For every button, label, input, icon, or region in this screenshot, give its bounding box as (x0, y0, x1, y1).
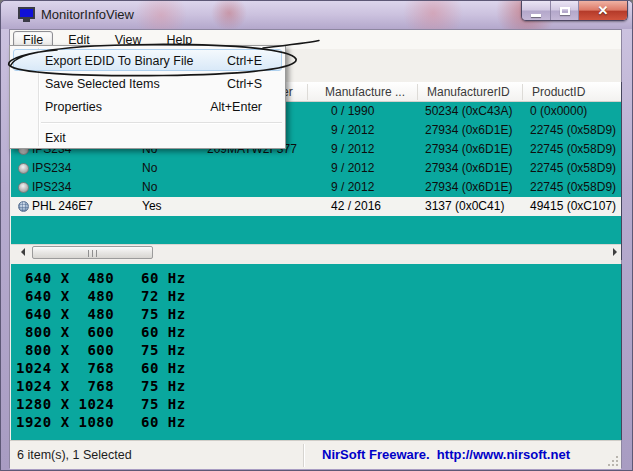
resolution-line: 640 X 480 72 Hz (16, 287, 621, 305)
cell-monitor-name: IPS234 (32, 159, 71, 178)
maximize-icon (560, 7, 570, 15)
window-title: MonitorInfoView (41, 7, 134, 22)
menu-item-label: Export EDID To Binary File (45, 50, 193, 72)
sphere-icon (18, 182, 29, 193)
table-row[interactable]: IPS234 No 9 / 2012 27934 (0x6D1E) 22745 … (11, 178, 621, 197)
close-icon: ✕ (598, 1, 609, 21)
resolution-line: 1024 X 768 60 Hz (16, 359, 621, 377)
status-divider (303, 444, 304, 467)
maximize-button[interactable] (551, 1, 579, 21)
resolution-line: 640 X 480 75 Hz (16, 305, 621, 323)
cell-manufacture-date: 9 / 2012 (331, 121, 374, 140)
caption-button-group: ✕ (521, 1, 628, 21)
header-separator (522, 84, 523, 100)
cell-manufacturer-id: 3137 (0x0C41) (425, 197, 504, 216)
header-separator (307, 84, 308, 100)
cell-product-id: 22745 (0x58D9) (530, 178, 616, 197)
cell-active: Yes (142, 197, 162, 216)
cell-manufacturer-id: 27934 (0x6D1E) (425, 121, 512, 140)
menu-item-label: Exit (45, 127, 66, 149)
menu-item-properties[interactable]: Properties Alt+Enter (13, 95, 282, 117)
window-frame-bottom (1, 466, 632, 470)
resolution-line: 800 X 600 60 Hz (16, 323, 621, 341)
cell-manufacturer-id: 27934 (0x6D1E) (425, 159, 512, 178)
scrollbar-thumb[interactable] (32, 246, 153, 259)
cell-active: No (142, 159, 157, 178)
cell-manufacture-date: 0 / 1990 (331, 102, 374, 121)
column-header-product-id[interactable]: ProductID (532, 85, 585, 99)
minimize-icon (531, 14, 541, 17)
column-header-manufacture-date[interactable]: Manufacture ... (325, 85, 405, 99)
sphere-icon (18, 163, 29, 174)
cell-manufacture-date: 9 / 2012 (331, 159, 374, 178)
column-header-manufacturer-id[interactable]: ManufacturerID (427, 85, 510, 99)
table-row[interactable]: IPS234 No 9 / 2012 27934 (0x6D1E) 22745 … (11, 159, 621, 178)
menu-item-save-selected[interactable]: Save Selected Items Ctrl+S (13, 72, 282, 94)
resolution-line: 1280 X 1024 75 Hz (16, 395, 621, 413)
status-bar: 6 item(s), 1 Selected NirSoft Freeware. … (10, 440, 621, 469)
cell-monitor-name: IPS234 (32, 178, 71, 197)
close-button[interactable]: ✕ (579, 1, 627, 21)
cell-manufacture-date: 9 / 2012 (331, 178, 374, 197)
arrow-right-icon[interactable] (613, 248, 617, 256)
cell-active: No (142, 178, 157, 197)
arrow-left-icon[interactable] (21, 248, 25, 256)
cell-manufacturer-id: 50234 (0xC43A) (425, 102, 512, 121)
globe-icon (18, 201, 29, 212)
title-bar[interactable]: MonitorInfoView ✕ (1, 1, 633, 29)
horizontal-scrollbar[interactable] (11, 244, 621, 260)
cell-manufacturer-id: 27934 (0x6D1E) (425, 140, 512, 159)
monitor-icon (18, 7, 35, 22)
cell-product-id: 0 (0x0000) (530, 102, 587, 121)
cell-product-id: 49415 (0xC107) (530, 197, 616, 216)
menu-item-export-edid[interactable]: Export EDID To Binary File Ctrl+E (13, 49, 282, 71)
menu-item-shortcut: Ctrl+E (227, 50, 262, 72)
menu-item-label: Save Selected Items (45, 73, 160, 95)
table-row-selected[interactable]: PHL 246E7 Yes 42 / 2016 3137 (0x0C41) 49… (11, 197, 621, 216)
cell-product-id: 22745 (0x58D9) (530, 121, 616, 140)
header-separator (417, 84, 418, 100)
cell-product-id: 22745 (0x58D9) (530, 159, 616, 178)
app-window: MonitorInfoView ✕ File Edit View Help er… (0, 0, 633, 471)
resolution-pane[interactable]: 640 X 480 60 Hz 640 X 480 72 Hz 640 X 48… (11, 264, 622, 440)
menu-item-label: Properties (45, 96, 102, 118)
cell-monitor-name: PHL 246E7 (32, 197, 93, 216)
resolution-line: 1024 X 768 75 Hz (16, 377, 621, 395)
monitor-icon-stand (23, 19, 30, 22)
resolution-line: 640 X 480 60 Hz (16, 269, 621, 287)
cell-manufacturer-id: 27934 (0x6D1E) (425, 178, 512, 197)
cell-manufacture-date: 42 / 2016 (331, 197, 381, 216)
menu-separator (41, 122, 282, 123)
menu-item-exit[interactable]: Exit (13, 126, 282, 148)
menu-item-shortcut: Alt+Enter (210, 96, 262, 118)
status-item-count: 6 item(s), 1 Selected (17, 448, 132, 462)
resolution-line: 800 X 600 75 Hz (16, 341, 621, 359)
cell-manufacture-date: 9 / 2012 (331, 140, 374, 159)
scrollbar-grip-icon (88, 250, 98, 257)
minimize-button[interactable] (522, 1, 551, 21)
cell-product-id: 22745 (0x58D9) (530, 140, 616, 159)
menu-item-shortcut: Ctrl+S (227, 73, 262, 95)
file-menu-popup: Export EDID To Binary File Ctrl+E Save S… (9, 45, 286, 149)
resolution-line: 1920 X 1080 60 Hz (16, 413, 621, 431)
monitor-icon-screen (18, 7, 35, 19)
nirsoft-link[interactable]: NirSoft Freeware. http://www.nirsoft.net (322, 447, 570, 462)
